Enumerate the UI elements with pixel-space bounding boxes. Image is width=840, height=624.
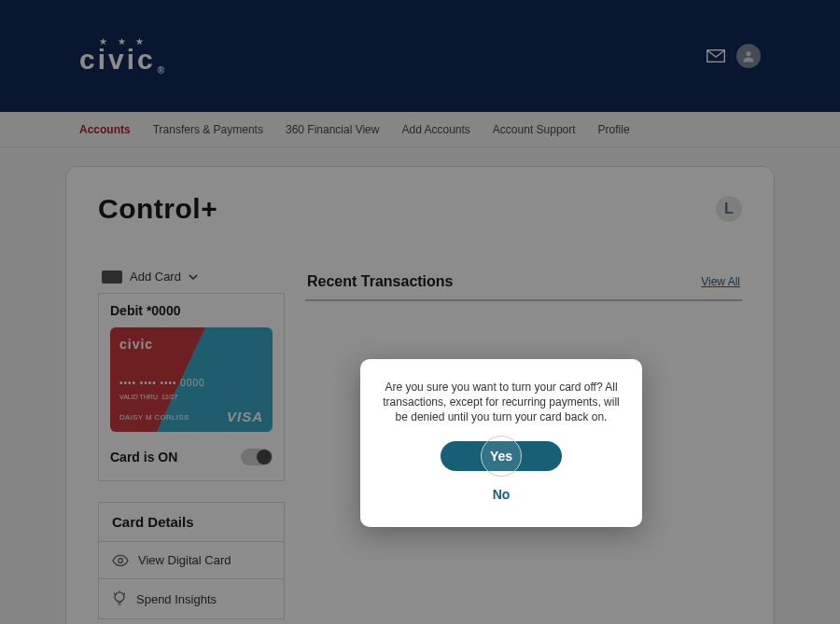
modal-yes-label: Yes [490,449,512,464]
confirm-turn-off-modal: Are you sure you want to turn your card … [360,359,642,527]
modal-no-label: No [493,487,511,502]
app-root: ★ ★ ★ civic® [0,0,840,624]
modal-no-button[interactable]: No [487,486,516,503]
modal-message: Are you sure you want to turn your card … [381,380,622,424]
modal-backdrop[interactable] [0,0,840,624]
modal-yes-button[interactable]: Yes [441,441,562,471]
